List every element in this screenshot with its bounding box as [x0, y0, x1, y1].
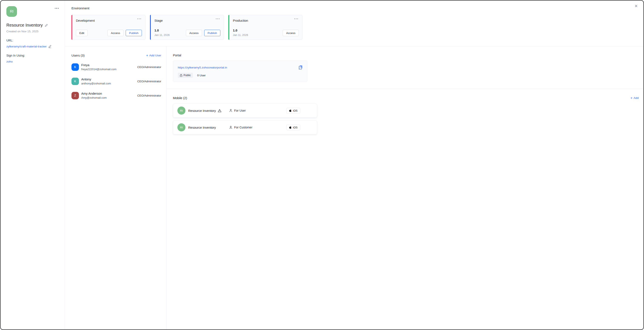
- apple-icon: [289, 126, 292, 129]
- production-version: 1.0: [233, 28, 248, 32]
- app-info-sidebar: RI Resource Inventory Created on Nov 15,…: [1, 1, 65, 165]
- production-access-button[interactable]: Access: [283, 30, 299, 36]
- development-edit-button[interactable]: Edit: [76, 30, 88, 36]
- mobile-section: Mobile (2) + Add RI Resource Inventory: [166, 89, 322, 134]
- user-avatar: Z: [72, 92, 79, 99]
- app-title: Resource Inventory: [6, 23, 43, 28]
- mobile-app-name: Resource Inventory: [188, 126, 216, 129]
- mobile-heading: Mobile (2): [173, 96, 187, 100]
- warning-icon: [218, 109, 222, 112]
- mobile-app-audience: For Customer: [234, 126, 252, 129]
- stage-accent-bar: [150, 15, 151, 40]
- url-label: URL:: [6, 39, 59, 42]
- user-email: Amy@zohomail.com: [81, 96, 137, 99]
- env-card-stage: Stage 1.0 Jan 11, 2026 Access Publish: [150, 15, 224, 40]
- env-card-production: Production 1.0 Jan 11, 2026 Access: [228, 15, 302, 40]
- env-card-development: Development Edit Access Publish: [72, 15, 146, 40]
- stage-date: Jan 11, 2026: [154, 34, 170, 36]
- customer-person-icon: [229, 126, 232, 129]
- development-publish-button[interactable]: Publish: [126, 30, 142, 36]
- portal-card: https://zylkeramy5.zohocreatorportal.in: [173, 60, 307, 82]
- mobile-app-avatar: RI: [178, 123, 186, 132]
- user-role: CEO/Administrator: [137, 66, 161, 69]
- app-avatar: RI: [6, 6, 17, 17]
- mobile-app-avatar: RI: [178, 106, 186, 114]
- user-role: CEO/Administrator: [137, 80, 161, 83]
- mobile-app-audience: For User: [234, 109, 246, 112]
- lock-icon: [180, 74, 182, 77]
- development-more-menu-icon[interactable]: [136, 18, 142, 20]
- user-email: anthony@zohomail.com: [81, 82, 137, 85]
- plus-icon: +: [146, 53, 148, 58]
- users-section: Users (3) + Add User K Freya freya222014…: [65, 46, 166, 165]
- users-heading: Users (3): [72, 54, 85, 57]
- mobile-app-row: RI Resource Inventory: [173, 104, 317, 118]
- ios-platform-badge[interactable]: iOS: [286, 108, 300, 114]
- env-card-title: Stage: [154, 19, 163, 22]
- production-more-menu-icon[interactable]: [294, 18, 299, 20]
- user-name: Antony: [81, 78, 137, 81]
- signin-method-link[interactable]: zoho: [6, 60, 12, 63]
- portal-section: Portal https://zylkeramy5.zohocreatorpor…: [166, 46, 322, 89]
- stage-more-menu-icon[interactable]: [215, 18, 220, 20]
- portal-heading: Portal: [173, 53, 322, 57]
- user-row: K Antony anthony@zohomail.com CEO/Admini…: [72, 78, 161, 85]
- production-date: Jan 11, 2026: [233, 34, 248, 36]
- app-url-link[interactable]: zylkeramy/craft-material-tracker: [6, 45, 46, 48]
- copy-portal-url-icon[interactable]: [299, 66, 302, 70]
- add-user-button[interactable]: + Add User: [146, 53, 161, 58]
- user-row: Z Amy Anderson Amy@zohomail.com CEO/Admi…: [72, 92, 161, 99]
- mobile-app-name: Resource Inventory: [188, 109, 216, 112]
- user-avatar: K: [72, 63, 79, 71]
- stage-version: 1.0: [154, 28, 170, 32]
- created-date: Created on Nov 15, 2025: [6, 30, 59, 33]
- portal-user-count: 0 User: [197, 74, 206, 77]
- mobile-app-row: RI Resource Inventory: [173, 120, 317, 134]
- stage-publish-button[interactable]: Publish: [204, 30, 220, 36]
- user-email: freya222014@zohomail.com: [81, 68, 137, 71]
- development-accent-bar: [72, 15, 72, 40]
- sidebar-more-menu-icon[interactable]: [54, 7, 60, 10]
- env-card-title: Production: [233, 19, 248, 22]
- edit-url-icon[interactable]: [48, 45, 52, 48]
- edit-app-name-icon[interactable]: [45, 24, 48, 27]
- ios-platform-badge[interactable]: iOS: [286, 124, 300, 130]
- environment-heading: Environment: [72, 6, 322, 10]
- env-card-title: Development: [76, 19, 95, 22]
- apple-icon: [289, 109, 292, 112]
- portal-visibility-badge: Public: [178, 73, 193, 78]
- app-settings-modal: RI Resource Inventory Created on Nov 15,…: [0, 0, 322, 165]
- user-name: Amy Anderson: [81, 92, 137, 95]
- development-access-button[interactable]: Access: [108, 30, 124, 36]
- stage-access-button[interactable]: Access: [186, 30, 202, 36]
- user-name: Freya: [81, 63, 137, 67]
- main-panel: ✕ Environment Development Edit Access Pu…: [65, 1, 322, 165]
- user-row: K Freya freya222014@zohomail.com CEO/Adm…: [72, 63, 161, 71]
- signin-label: Sign In Using:: [6, 54, 59, 57]
- user-avatar: K: [72, 78, 79, 85]
- portal-url-link[interactable]: https://zylkeramy5.zohocreatorportal.in: [178, 66, 227, 69]
- user-person-icon: [229, 109, 232, 112]
- user-role: CEO/Administrator: [137, 94, 161, 97]
- environment-section: Environment Development Edit Access Publ…: [65, 1, 322, 46]
- production-accent-bar: [228, 15, 229, 40]
